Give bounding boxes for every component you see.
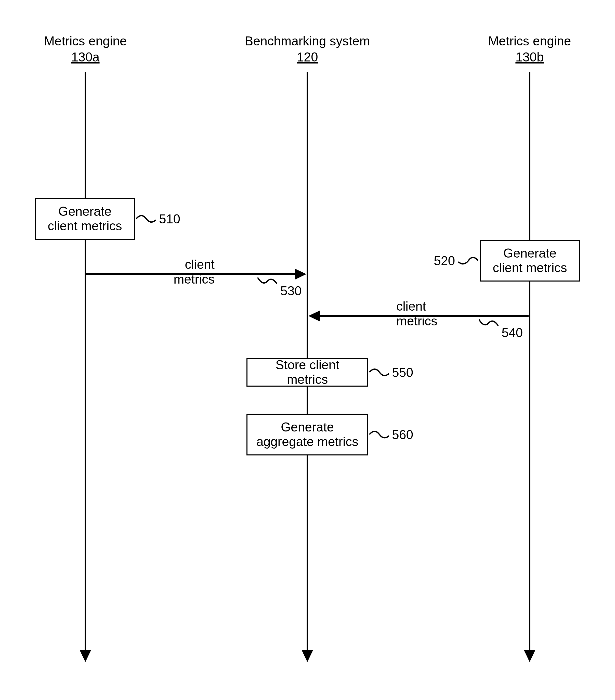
box-store-client-metrics: Store client metrics [246, 358, 368, 387]
lane-title: Benchmarking system [241, 33, 374, 49]
box-label: Generate client metrics [487, 246, 573, 275]
sequence-diagram: Metrics engine 130a Benchmarking system … [0, 0, 615, 700]
leader-squiggle-icon [458, 255, 478, 267]
box-generate-aggregate-metrics: Generate aggregate metrics [246, 414, 368, 455]
message-label: client metrics [396, 299, 468, 328]
lane-header-left: Metrics engine 130a [19, 33, 152, 65]
ref-label: 520 [434, 253, 455, 268]
box-label: Generate client metrics [42, 204, 128, 234]
lifeline-right [529, 72, 530, 662]
message-label: client metrics [143, 257, 215, 287]
lane-title: Metrics engine [19, 33, 152, 49]
message-arrow-530 [86, 273, 295, 275]
lane-header-right: Metrics engine 130b [463, 33, 596, 65]
box-generate-client-metrics-a: Generate client metrics [35, 198, 135, 240]
box-label: Generate aggregate metrics [254, 420, 361, 449]
box-generate-client-metrics-b: Generate client metrics [480, 240, 580, 282]
ref-label: 560 [392, 427, 413, 442]
leader-squiggle-icon [479, 318, 499, 329]
ref-label: 540 [502, 325, 523, 340]
lane-header-center: Benchmarking system 120 [241, 33, 374, 65]
lifeline-left [85, 72, 86, 662]
ref-label: 530 [280, 284, 302, 298]
leader-squiggle-icon [369, 367, 389, 378]
lane-ref: 130a [19, 49, 152, 65]
ref-label: 510 [159, 212, 180, 226]
arrow-head-right-icon [295, 268, 306, 280]
lane-ref: 120 [241, 49, 374, 65]
leader-squiggle-icon [369, 429, 389, 441]
lane-title: Metrics engine [463, 33, 596, 49]
leader-squiggle-icon [136, 214, 156, 225]
arrow-head-left-icon [308, 310, 320, 322]
box-label: Store client metrics [254, 358, 361, 387]
lane-ref: 130b [463, 49, 596, 65]
message-arrow-540 [320, 315, 529, 317]
leader-squiggle-icon [257, 276, 277, 287]
ref-label: 550 [392, 365, 413, 380]
